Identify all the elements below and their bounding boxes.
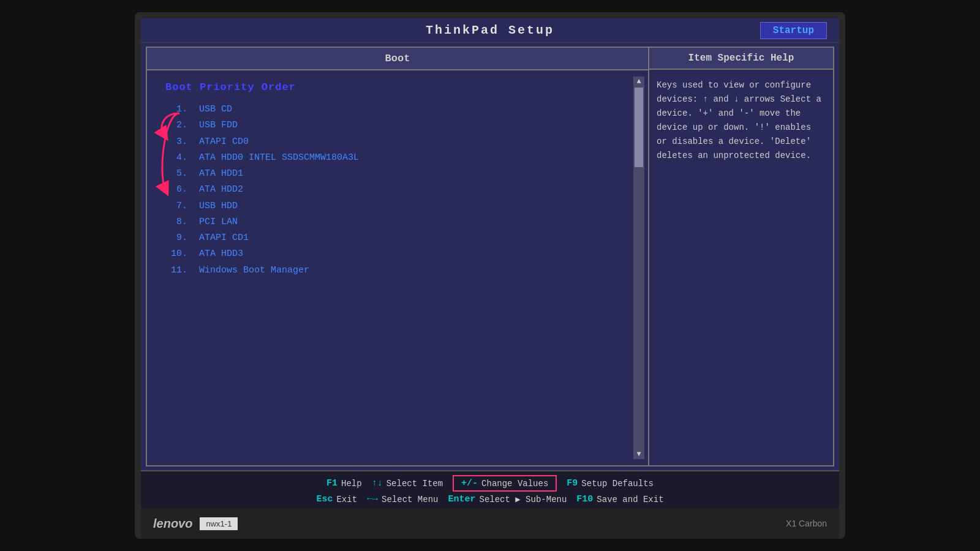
f10-key: F10 [576,494,593,504]
list-item: 6. ATA HDD2 [165,182,630,198]
list-item: 7. USB HDD [165,198,630,214]
scroll-down-arrow[interactable]: ▼ [636,451,641,458]
key-f1: F1 Help [326,478,362,489]
enter-desc: Select ▶ Sub-Menu [479,494,567,504]
esc-desc: Exit [336,495,357,504]
tab-startup[interactable]: Startup [760,22,827,39]
status-row-2: Esc Exit ←→ Select Menu Enter Select ▶ S… [147,494,833,504]
key-arrows: ↑↓ Select Item [372,478,443,489]
list-item: 5. ATA HDD1 [165,166,630,182]
f9-key: F9 [567,478,578,489]
laptop-bottom-bar: lenovo nwx1-1 X1 Carbon [141,508,839,539]
list-item: 2. USB FDD [165,118,630,133]
key-enter: Enter Select ▶ Sub-Menu [448,494,567,504]
scrollbar[interactable]: ▲ ▼ [633,77,644,459]
boot-panel: Boot Boot Priority Order 1. USB CD 2. [147,48,649,465]
lr-arrows-key: ←→ [367,494,378,504]
boot-list: 1. USB CD 2. USB FDD 3. ATAPI CD0 [165,102,630,279]
key-esc: Esc Exit [316,494,357,504]
key-f9: F9 Setup Defaults [567,478,654,489]
key-plusminus: +/- Change Values [453,475,557,492]
boot-panel-header: Boot [147,48,648,70]
title-bar: ThinkPad Setup Startup [141,18,839,43]
list-item: 3. ATAPI CD0 [165,134,630,150]
plusminus-desc: Change Values [481,479,548,489]
enter-key: Enter [448,494,475,504]
help-panel: Item Specific Help Keys used to view or … [649,48,833,465]
list-item: 8. PCI LAN [165,214,630,230]
arrows-key: ↑↓ [372,478,383,489]
scroll-thumb[interactable] [635,88,643,167]
f1-desc: Help [341,479,362,489]
esc-key: Esc [316,494,333,504]
status-row-1: F1 Help ↑↓ Select Item +/- Change Values [147,475,833,492]
scroll-up-arrow[interactable]: ▲ [636,78,641,85]
f1-key: F1 [326,478,337,489]
list-item: 1. USB CD [165,102,630,118]
lenovo-logo: lenovo [153,517,192,531]
bios-title: ThinkPad Setup [426,23,554,37]
bottom-left: lenovo nwx1-1 [153,517,238,531]
model-tag: nwx1-1 [200,517,238,530]
f10-desc: Save and Exit [597,495,663,504]
plusminus-key: +/- [461,478,478,489]
status-bar: F1 Help ↑↓ Select Item +/- Change Values [141,470,839,508]
list-item: 10. ATA HDD3 [165,246,630,262]
list-item: 4. ATA HDD0 INTEL SSDSCMMW180A3L [165,150,630,166]
help-panel-header: Item Specific Help [649,48,833,70]
f9-desc: Setup Defaults [581,479,654,489]
product-name: X1 Carbon [786,519,827,528]
arrows-desc: Select Item [386,479,443,489]
list-item: 9. ATAPI CD1 [165,230,630,246]
lr-arrows-desc: Select Menu [382,495,438,504]
help-text: Keys used to view or configure devices: … [649,70,833,172]
key-f10: F10 Save and Exit [576,494,663,504]
boot-priority-title: Boot Priority Order [165,81,630,93]
list-item: 11. Windows Boot Manager [165,263,630,279]
key-lr-arrows: ←→ Select Menu [367,494,438,504]
